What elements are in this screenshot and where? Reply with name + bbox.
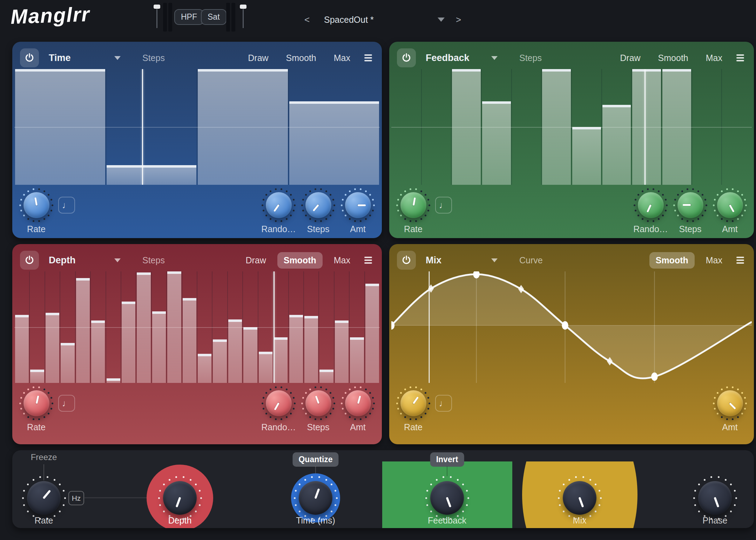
knob-row: Rate♩ Rando…StepsAmt	[12, 383, 382, 444]
time-step-chart[interactable]	[14, 69, 380, 185]
step-bar[interactable]	[335, 320, 349, 383]
knob-dial[interactable]	[563, 481, 596, 515]
quantize-button[interactable]: Quantize	[292, 452, 338, 467]
knob-dial[interactable]	[345, 390, 371, 416]
step-bar[interactable]	[107, 378, 120, 383]
knob-dial[interactable]	[717, 192, 743, 218]
step-bar[interactable]	[213, 339, 227, 383]
step-bar[interactable]	[198, 354, 211, 383]
step-bar[interactable]	[183, 298, 196, 383]
feedback-master-knob	[424, 475, 470, 521]
mode-smooth-button[interactable]: Smooth	[649, 252, 695, 269]
knob-tick-dot	[404, 416, 406, 418]
module-selector[interactable]: Time	[49, 53, 121, 63]
freeze-label[interactable]: Freeze	[31, 452, 57, 462]
knob-dial[interactable]	[698, 481, 732, 515]
knob-dial[interactable]	[163, 481, 197, 515]
menu-icon[interactable]	[736, 257, 744, 264]
step-bar[interactable]	[15, 315, 29, 383]
hz-button[interactable]: Hz	[68, 491, 84, 505]
input-slider-handle[interactable]	[154, 5, 160, 9]
power-button[interactable]	[20, 251, 39, 270]
mode-max-button[interactable]: Max	[700, 50, 729, 66]
knob-tick-dot	[63, 490, 65, 492]
note-sync-button[interactable]: ♩	[58, 395, 75, 412]
input-meter	[168, 3, 172, 32]
note-sync-button[interactable]: ♩	[435, 395, 452, 412]
knob-tick-dot	[420, 190, 422, 192]
knob-dial[interactable]	[23, 192, 49, 218]
step-bar[interactable]	[259, 352, 272, 383]
power-button[interactable]	[20, 48, 39, 67]
step-bar[interactable]	[274, 337, 288, 383]
knob-tick-dot	[163, 511, 165, 512]
knob-dial[interactable]	[430, 481, 464, 515]
knob-dial[interactable]	[299, 481, 332, 515]
step-bar[interactable]	[572, 127, 601, 185]
step-bar[interactable]	[228, 319, 242, 383]
rando-knob: Rando…	[259, 386, 298, 432]
note-sync-button[interactable]: ♩	[435, 197, 452, 214]
power-button[interactable]	[397, 251, 416, 270]
knob-dial[interactable]	[305, 390, 331, 416]
knob-dial[interactable]	[266, 390, 292, 416]
preset-name[interactable]: SpacedOut *	[324, 0, 374, 39]
module-selector[interactable]: Mix	[426, 255, 498, 266]
step-bar[interactable]	[482, 101, 511, 185]
knob-dial[interactable]	[23, 390, 49, 416]
depth-step-chart[interactable]	[14, 271, 380, 383]
mode-draw-button[interactable]: Draw	[242, 50, 275, 66]
step-bar[interactable]	[76, 278, 90, 383]
step-bar[interactable]	[243, 327, 257, 383]
step-bar[interactable]	[289, 101, 379, 185]
knob-tick-dot	[59, 484, 61, 485]
knob-dial[interactable]	[400, 390, 426, 416]
mode-draw-button[interactable]: Draw	[614, 50, 647, 66]
note-sync-button[interactable]: ♩	[58, 197, 75, 214]
preset-prev-button[interactable]: <	[304, 0, 310, 39]
module-selector[interactable]: Depth	[49, 255, 121, 266]
knob-dial[interactable]	[677, 192, 703, 218]
output-slider-handle[interactable]	[240, 5, 247, 9]
step-bar[interactable]	[61, 343, 74, 383]
step-bar[interactable]	[304, 316, 318, 383]
menu-icon[interactable]	[364, 54, 372, 61]
step-bar[interactable]	[602, 105, 631, 185]
knob-tick-dot	[681, 190, 683, 192]
mode-smooth-button[interactable]: Smooth	[277, 252, 323, 269]
preset-next-button[interactable]: >	[456, 0, 461, 39]
mix-curve-chart[interactable]	[391, 271, 752, 383]
step-bar[interactable]	[289, 315, 303, 383]
step-bar[interactable]	[91, 320, 105, 383]
sat-toggle[interactable]: Sat	[201, 9, 227, 25]
mode-draw-button[interactable]: Draw	[239, 252, 272, 269]
menu-icon[interactable]	[364, 257, 372, 264]
step-bar[interactable]	[152, 311, 166, 383]
invert-button[interactable]: Invert	[430, 452, 464, 467]
menu-icon[interactable]	[736, 54, 744, 61]
power-button[interactable]	[397, 48, 416, 67]
knob-dial[interactable]	[266, 192, 292, 218]
knob-dial[interactable]	[638, 192, 664, 218]
hpf-toggle[interactable]: HPF	[174, 9, 204, 25]
preset-dropdown-icon[interactable]	[438, 0, 445, 39]
step-bar[interactable]	[30, 370, 44, 383]
module-selector[interactable]: Feedback	[426, 53, 498, 63]
knob-dial[interactable]	[305, 192, 331, 218]
step-bar[interactable]	[46, 313, 59, 383]
knob-dial[interactable]	[27, 481, 61, 515]
mode-smooth-button[interactable]: Smooth	[652, 50, 695, 66]
knob-dial[interactable]	[400, 192, 426, 218]
feedback-step-chart[interactable]	[391, 69, 752, 185]
step-bar[interactable]	[319, 370, 333, 383]
step-bar[interactable]	[122, 302, 135, 383]
mode-smooth-button[interactable]: Smooth	[280, 50, 323, 66]
mode-max-button[interactable]: Max	[328, 252, 357, 269]
step-bar[interactable]	[107, 165, 197, 185]
knob-dial[interactable]	[717, 390, 743, 416]
step-bar[interactable]	[350, 337, 364, 383]
mode-max-button[interactable]: Max	[328, 50, 357, 66]
mode-max-button[interactable]: Max	[700, 252, 729, 269]
step-bar[interactable]	[365, 284, 379, 383]
knob-dial[interactable]	[345, 192, 371, 218]
